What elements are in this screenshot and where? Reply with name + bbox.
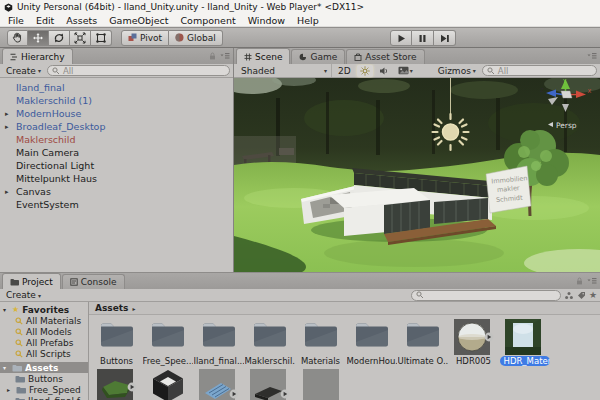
tree-free-speed-folder[interactable]: ▸ Free_Speed <box>0 384 88 395</box>
expand-arrow-icon[interactable]: ▸ <box>5 123 9 131</box>
2d-label: 2D <box>338 66 351 76</box>
search-by-type-icon[interactable] <box>564 291 574 300</box>
menu-edit[interactable]: Edit <box>30 15 60 26</box>
asset-item[interactable] <box>295 369 346 400</box>
search-by-label-icon[interactable] <box>577 291 586 300</box>
breadcrumb[interactable]: Assets ▸ <box>89 302 600 315</box>
play-icon <box>397 34 406 43</box>
tree-buttons-folder[interactable]: Buttons <box>0 373 88 384</box>
tab-hierarchy[interactable]: Hierarchy <box>2 48 73 64</box>
asset-item[interactable]: HDR005 <box>448 319 499 366</box>
lock-icon[interactable] <box>576 277 583 285</box>
collapse-arrow-icon[interactable]: ▾ <box>3 306 9 313</box>
global-toggle-button[interactable]: Global <box>169 30 223 46</box>
hierarchy-item[interactable]: ▸Canvas <box>0 185 233 198</box>
menu-gameobject[interactable]: GameObject <box>103 15 174 26</box>
menu-window[interactable]: Window <box>242 15 291 26</box>
menu-file[interactable]: File <box>2 15 30 26</box>
asset-item[interactable]: Buttons <box>91 319 142 366</box>
menu-help[interactable]: Help <box>291 15 325 26</box>
hierarchy-item[interactable]: Main Camera <box>0 146 233 159</box>
asset-item[interactable]: Ultimate O... <box>397 319 448 366</box>
hierarchy-item[interactable]: EventSystem <box>0 198 233 211</box>
pivot-toggle-button[interactable]: Pivot <box>121 30 169 46</box>
asset-item-selected[interactable]: HDR_Mater... <box>499 319 550 366</box>
step-button[interactable] <box>434 30 456 46</box>
hierarchy-item[interactable]: Directional Light <box>0 159 233 172</box>
tree-all-materials[interactable]: All Materials <box>0 315 88 326</box>
scene-viewport[interactable]: Immobilien makler Schmidt <box>234 78 600 272</box>
create-label: Create <box>6 290 36 300</box>
asset-item[interactable] <box>193 369 244 400</box>
asset-item[interactable]: Maklerschil... <box>244 319 295 366</box>
menu-assets[interactable]: Assets <box>60 15 103 26</box>
shading-mode-dropdown[interactable]: Shaded ▾ <box>237 64 332 77</box>
project-tabbar: Project Console <box>0 273 600 289</box>
hierarchy-item[interactable]: ▸Broadleaf_Desktop <box>0 120 233 133</box>
project-icon <box>10 278 19 286</box>
tree-favorites[interactable]: ▾ ★ Favorites <box>0 304 88 315</box>
expand-arrow-icon[interactable]: ▸ <box>5 188 9 196</box>
asset-item[interactable] <box>142 369 193 400</box>
tree-assets-root[interactable]: ▾ Assets <box>0 362 88 373</box>
move-tool-button[interactable] <box>28 30 49 46</box>
hierarchy-search-filter: All <box>63 66 74 76</box>
tab-hierarchy-label: Hierarchy <box>21 52 65 62</box>
favorites-star-icon: ★ <box>12 305 19 314</box>
project-create-button[interactable]: Create ▾ <box>3 290 44 300</box>
asset-item[interactable]: Free_Spee... <box>142 319 193 366</box>
tab-console[interactable]: Console <box>62 274 125 289</box>
hierarchy-item[interactable]: Mittelpunkt Haus <box>0 172 233 185</box>
tree-all-models[interactable]: All Models <box>0 326 88 337</box>
tree-all-prefabs[interactable]: All Prefabs <box>0 337 88 348</box>
rect-tool-icon <box>95 32 107 44</box>
hierarchy-item[interactable]: Maklerschild (1) <box>0 94 233 107</box>
asset-item[interactable]: ModernHou... <box>346 319 397 366</box>
rotate-tool-icon <box>53 32 65 44</box>
hand-tool-button[interactable] <box>7 30 28 46</box>
menu-component[interactable]: Component <box>174 15 241 26</box>
tab-game[interactable]: Game <box>291 49 345 64</box>
scene-audio-toggle[interactable] <box>376 65 392 77</box>
asset-item[interactable]: Materials <box>295 319 346 366</box>
scene-lighting-toggle[interactable] <box>357 65 373 77</box>
expand-arrow-icon[interactable]: ▸ <box>7 386 13 393</box>
hierarchy-search-input[interactable]: All <box>47 65 230 76</box>
expand-arrow-icon[interactable]: ▸ <box>5 110 9 118</box>
window-title: Unity Personal (64bit) - Iland_Unity.uni… <box>17 2 364 12</box>
hierarchy-item[interactable]: Iland_final <box>0 81 233 94</box>
gizmos-dropdown[interactable]: Gizmos ▾ <box>435 66 479 76</box>
saved-search-star-icon[interactable]: ★ <box>589 290 597 300</box>
collapse-arrow-icon[interactable]: ▾ <box>3 364 9 371</box>
move-tool-icon <box>32 32 44 44</box>
scene-effects-dropdown[interactable]: ▾ <box>395 65 416 77</box>
asset-item[interactable] <box>244 369 295 400</box>
rect-tool-button[interactable] <box>91 30 112 46</box>
tab-project[interactable]: Project <box>2 273 61 289</box>
hierarchy-item[interactable]: ▸ModernHouse <box>0 107 233 120</box>
tab-scene[interactable]: Scene <box>236 48 290 64</box>
panel-menu-icon[interactable] <box>587 277 597 285</box>
hierarchy-create-button[interactable]: Create ▾ <box>3 66 44 76</box>
tree-iland-final-folder[interactable]: Iland_final.f <box>0 395 88 400</box>
lock-icon[interactable] <box>209 52 216 60</box>
rotate-tool-button[interactable] <box>49 30 70 46</box>
project-search-input[interactable] <box>411 290 561 301</box>
dark-object-thumbnail <box>250 369 290 400</box>
asset-item[interactable]: Iland_final <box>91 369 142 400</box>
scale-tool-button[interactable] <box>70 30 91 46</box>
play-button[interactable] <box>390 30 412 46</box>
realtor-sign[interactable]: Immobilien makler Schmidt <box>486 166 531 213</box>
tab-scene-label: Scene <box>255 52 282 62</box>
panel-menu-icon[interactable] <box>220 52 230 60</box>
tree-all-scripts[interactable]: All Scripts <box>0 348 88 359</box>
panel-menu-icon[interactable] <box>587 52 597 60</box>
asset-item[interactable]: Iland_final... <box>193 319 244 366</box>
pivot-icon <box>128 33 137 42</box>
scene-search-input[interactable]: All <box>482 65 597 76</box>
tab-asset-store[interactable]: Asset Store <box>346 49 424 64</box>
pause-button[interactable] <box>412 30 434 46</box>
empty-thumbnail <box>303 369 339 400</box>
hierarchy-item[interactable]: Maklerschild <box>0 133 233 146</box>
2d-toggle-button[interactable]: 2D <box>335 65 354 77</box>
